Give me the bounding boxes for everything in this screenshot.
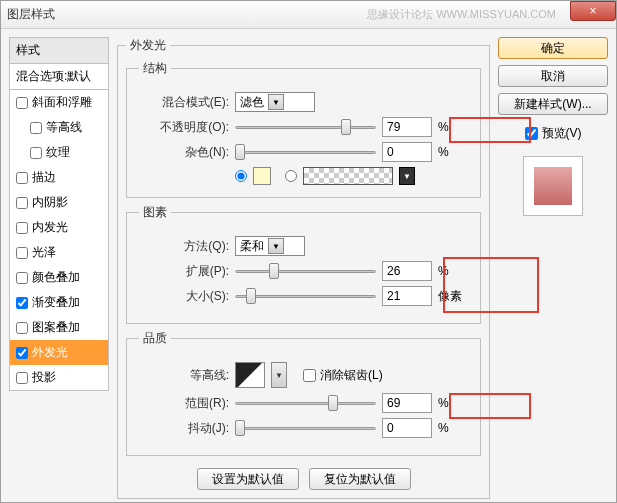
ok-button[interactable]: 确定 bbox=[498, 37, 608, 59]
opacity-unit: % bbox=[438, 120, 468, 134]
noise-slider[interactable] bbox=[235, 143, 376, 161]
titlebar: 图层样式 思缘设计论坛 WWW.MISSYUAN.COM × bbox=[1, 1, 616, 29]
size-slider[interactable] bbox=[235, 287, 376, 305]
element-group: 图素 方法(Q): 柔和 ▼ 扩展(P): % bbox=[126, 204, 481, 324]
layer-style-dialog: 图层样式 思缘设计论坛 WWW.MISSYUAN.COM × 样式 混合选项:默… bbox=[0, 0, 617, 503]
preview-checkbox[interactable]: 预览(V) bbox=[498, 125, 608, 142]
style-item-checkbox[interactable] bbox=[16, 347, 28, 359]
cancel-button[interactable]: 取消 bbox=[498, 65, 608, 87]
style-item-1[interactable]: 等高线 bbox=[10, 115, 108, 140]
gradient-dropdown[interactable]: ▼ bbox=[399, 167, 415, 185]
style-item-label: 斜面和浮雕 bbox=[32, 94, 92, 111]
noise-unit: % bbox=[438, 145, 468, 159]
blend-options-item[interactable]: 混合选项:默认 bbox=[9, 64, 109, 90]
range-input[interactable] bbox=[382, 393, 432, 413]
chevron-down-icon: ▼ bbox=[268, 238, 284, 254]
style-item-checkbox[interactable] bbox=[30, 147, 42, 159]
spread-input[interactable] bbox=[382, 261, 432, 281]
close-icon: × bbox=[589, 4, 596, 18]
quality-group: 品质 等高线: ▼ 消除锯齿(L) 范围(R): bbox=[126, 330, 481, 456]
style-item-label: 渐变叠加 bbox=[32, 294, 80, 311]
style-item-3[interactable]: 描边 bbox=[10, 165, 108, 190]
gradient-radio[interactable] bbox=[285, 170, 297, 182]
structure-group: 结构 混合模式(E): 滤色 ▼ 不透明度(O): % bbox=[126, 60, 481, 198]
style-item-label: 描边 bbox=[32, 169, 56, 186]
style-item-9[interactable]: 图案叠加 bbox=[10, 315, 108, 340]
range-unit: % bbox=[438, 396, 468, 410]
opacity-label: 不透明度(O): bbox=[139, 119, 229, 136]
style-item-checkbox[interactable] bbox=[16, 97, 28, 109]
outer-glow-legend: 外发光 bbox=[126, 37, 170, 54]
style-item-checkbox[interactable] bbox=[16, 372, 28, 384]
structure-legend: 结构 bbox=[139, 60, 171, 77]
style-item-checkbox[interactable] bbox=[16, 297, 28, 309]
style-list-header: 样式 bbox=[9, 37, 109, 64]
noise-input[interactable] bbox=[382, 142, 432, 162]
style-item-6[interactable]: 光泽 bbox=[10, 240, 108, 265]
opacity-input[interactable] bbox=[382, 117, 432, 137]
spread-unit: % bbox=[438, 264, 468, 278]
style-list: 斜面和浮雕等高线纹理描边内阴影内发光光泽颜色叠加渐变叠加图案叠加外发光投影 bbox=[9, 90, 109, 391]
style-item-label: 内发光 bbox=[32, 219, 68, 236]
contour-dropdown[interactable]: ▼ bbox=[271, 362, 287, 388]
spread-slider[interactable] bbox=[235, 262, 376, 280]
new-style-button[interactable]: 新建样式(W)... bbox=[498, 93, 608, 115]
style-item-checkbox[interactable] bbox=[16, 272, 28, 284]
range-slider[interactable] bbox=[235, 394, 376, 412]
size-input[interactable] bbox=[382, 286, 432, 306]
style-item-checkbox[interactable] bbox=[16, 247, 28, 259]
style-item-label: 内阴影 bbox=[32, 194, 68, 211]
style-item-checkbox[interactable] bbox=[16, 197, 28, 209]
gradient-swatch[interactable] bbox=[303, 167, 393, 185]
action-panel: 确定 取消 新建样式(W)... 预览(V) bbox=[498, 37, 608, 494]
close-button[interactable]: × bbox=[570, 1, 616, 21]
style-item-checkbox[interactable] bbox=[16, 222, 28, 234]
size-label: 大小(S): bbox=[139, 288, 229, 305]
style-item-label: 纹理 bbox=[46, 144, 70, 161]
color-radio[interactable] bbox=[235, 170, 247, 182]
style-item-label: 投影 bbox=[32, 369, 56, 386]
method-label: 方法(Q): bbox=[139, 238, 229, 255]
style-item-11[interactable]: 投影 bbox=[10, 365, 108, 390]
element-legend: 图素 bbox=[139, 204, 171, 221]
method-select[interactable]: 柔和 ▼ bbox=[235, 236, 305, 256]
contour-swatch[interactable] bbox=[235, 362, 265, 388]
style-item-label: 光泽 bbox=[32, 244, 56, 261]
noise-label: 杂色(N): bbox=[139, 144, 229, 161]
jitter-label: 抖动(J): bbox=[139, 420, 229, 437]
style-item-checkbox[interactable] bbox=[16, 322, 28, 334]
set-default-button[interactable]: 设置为默认值 bbox=[197, 468, 299, 490]
style-item-label: 颜色叠加 bbox=[32, 269, 80, 286]
blend-mode-label: 混合模式(E): bbox=[139, 94, 229, 111]
style-item-2[interactable]: 纹理 bbox=[10, 140, 108, 165]
style-item-label: 外发光 bbox=[32, 344, 68, 361]
jitter-unit: % bbox=[438, 421, 468, 435]
color-swatch[interactable] bbox=[253, 167, 271, 185]
spread-label: 扩展(P): bbox=[139, 263, 229, 280]
style-item-checkbox[interactable] bbox=[16, 172, 28, 184]
window-title: 图层样式 bbox=[7, 6, 55, 23]
outer-glow-group: 外发光 结构 混合模式(E): 滤色 ▼ 不透明度(O): % bbox=[117, 37, 490, 499]
contour-label: 等高线: bbox=[139, 367, 229, 384]
opacity-slider[interactable] bbox=[235, 118, 376, 136]
reset-default-button[interactable]: 复位为默认值 bbox=[309, 468, 411, 490]
style-item-4[interactable]: 内阴影 bbox=[10, 190, 108, 215]
antialias-checkbox[interactable]: 消除锯齿(L) bbox=[303, 367, 383, 384]
style-item-8[interactable]: 渐变叠加 bbox=[10, 290, 108, 315]
blend-mode-select[interactable]: 滤色 ▼ bbox=[235, 92, 315, 112]
style-item-checkbox[interactable] bbox=[30, 122, 42, 134]
style-list-panel: 样式 混合选项:默认 斜面和浮雕等高线纹理描边内阴影内发光光泽颜色叠加渐变叠加图… bbox=[9, 37, 109, 494]
settings-panel: 外发光 结构 混合模式(E): 滤色 ▼ 不透明度(O): % bbox=[117, 37, 490, 494]
jitter-input[interactable] bbox=[382, 418, 432, 438]
style-item-0[interactable]: 斜面和浮雕 bbox=[10, 90, 108, 115]
style-item-label: 等高线 bbox=[46, 119, 82, 136]
jitter-slider[interactable] bbox=[235, 419, 376, 437]
range-label: 范围(R): bbox=[139, 395, 229, 412]
chevron-down-icon: ▼ bbox=[268, 94, 284, 110]
size-unit: 像素 bbox=[438, 288, 468, 305]
style-item-10[interactable]: 外发光 bbox=[10, 340, 108, 365]
style-item-5[interactable]: 内发光 bbox=[10, 215, 108, 240]
quality-legend: 品质 bbox=[139, 330, 171, 347]
style-item-7[interactable]: 颜色叠加 bbox=[10, 265, 108, 290]
preview-swatch bbox=[523, 156, 583, 216]
